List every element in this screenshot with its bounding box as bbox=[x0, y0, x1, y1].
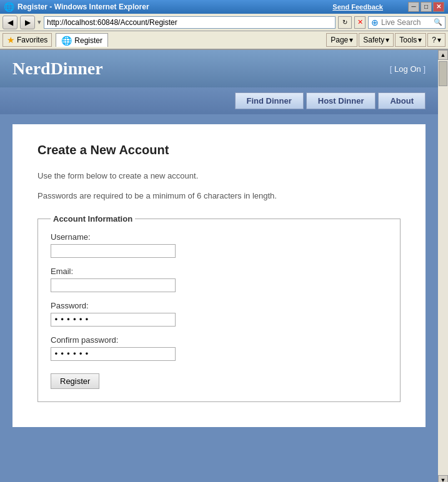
live-search-input[interactable] bbox=[381, 18, 431, 27]
dropdown-arrow[interactable]: ▾ bbox=[37, 18, 41, 26]
about-nav[interactable]: About bbox=[378, 92, 426, 109]
email-input[interactable] bbox=[51, 278, 176, 292]
favorites-button[interactable]: ★ Favorites bbox=[2, 33, 52, 47]
content-box: Create a New Account Use the form below … bbox=[12, 124, 426, 427]
safety-menu-button[interactable]: Safety ▾ bbox=[359, 33, 394, 47]
scroll-track[interactable] bbox=[438, 60, 448, 475]
scroll-up-button[interactable]: ▲ bbox=[438, 50, 448, 60]
bracket-left: [ bbox=[390, 64, 392, 74]
tab-strip: 🌐 Register bbox=[56, 33, 322, 47]
site-title: NerdDinner bbox=[12, 59, 103, 79]
send-feedback-link[interactable]: Send Feedback bbox=[332, 3, 383, 11]
confirm-password-label: Confirm password: bbox=[51, 335, 387, 345]
ie-logo-icon: 🌐 bbox=[4, 2, 14, 12]
page-heading: Create a New Account bbox=[37, 143, 401, 157]
stop-button[interactable]: ✕ bbox=[354, 16, 366, 29]
find-dinner-nav[interactable]: Find Dinner bbox=[235, 92, 304, 109]
page-menu-button[interactable]: Page ▾ bbox=[326, 33, 357, 47]
bracket-right: ] bbox=[423, 64, 426, 74]
register-button[interactable]: Register bbox=[51, 373, 99, 389]
tools-menu-button[interactable]: Tools ▾ bbox=[395, 33, 426, 47]
address-bar: ◀ ▶ ▾ ↻ ✕ ⊕ 🔍 bbox=[0, 14, 448, 31]
close-button[interactable]: ✕ bbox=[433, 2, 444, 12]
username-label: Username: bbox=[51, 232, 387, 242]
browser-tab[interactable]: 🌐 Register bbox=[56, 33, 108, 47]
star-icon: ★ bbox=[7, 35, 15, 45]
toolbar-buttons: Page ▾ Safety ▾ Tools ▾ ? ▾ bbox=[326, 33, 446, 47]
nav-bar: Find Dinner Host Dinner About bbox=[0, 87, 438, 114]
refresh-button[interactable]: ↻ bbox=[338, 16, 352, 29]
help-icon: ? bbox=[432, 36, 436, 44]
safety-label: Safety bbox=[363, 36, 384, 44]
page-dropdown-icon: ▾ bbox=[349, 36, 353, 44]
window-controls: ─ □ ✕ bbox=[408, 2, 444, 12]
scroll-thumb[interactable] bbox=[439, 61, 447, 86]
page-wrap: NerdDinner [ Log On ] Find Dinner Host D… bbox=[0, 50, 438, 482]
login-area: [ Log On ] bbox=[390, 64, 426, 74]
account-info-fieldset: Account Information Username: Email: Pas… bbox=[37, 214, 401, 402]
maximize-button[interactable]: □ bbox=[421, 2, 432, 12]
ie-search-icon: ⊕ bbox=[371, 17, 379, 27]
search-go-button[interactable]: 🔍 bbox=[434, 18, 442, 26]
title-bar: 🌐 Register - Windows Internet Explorer S… bbox=[0, 0, 448, 14]
intro-text-1: Use the form below to create a new accou… bbox=[37, 170, 401, 182]
help-dropdown-icon: ▾ bbox=[437, 36, 441, 44]
site-header: NerdDinner [ Log On ] bbox=[0, 50, 438, 87]
username-group: Username: bbox=[51, 232, 387, 258]
minimize-button[interactable]: ─ bbox=[408, 2, 419, 12]
tools-dropdown-icon: ▾ bbox=[418, 36, 422, 44]
vertical-scrollbar: ▲ ▼ bbox=[438, 50, 448, 482]
back-button[interactable]: ◀ bbox=[2, 16, 17, 29]
password-input[interactable] bbox=[51, 313, 176, 327]
page-label: Page bbox=[331, 36, 348, 44]
host-dinner-nav[interactable]: Host Dinner bbox=[306, 92, 376, 109]
favorites-label: Favorites bbox=[17, 36, 47, 44]
content-area: Create a New Account Use the form below … bbox=[0, 114, 438, 440]
safety-dropdown-icon: ▾ bbox=[386, 36, 389, 44]
url-input[interactable] bbox=[44, 16, 336, 29]
browser-content: NerdDinner [ Log On ] Find Dinner Host D… bbox=[0, 50, 448, 482]
intro-text-2: Passwords are required to be a minimum o… bbox=[37, 190, 401, 202]
confirm-password-input[interactable] bbox=[51, 347, 176, 361]
browser-toolbar: ★ Favorites 🌐 Register Page ▾ Safety ▾ T… bbox=[0, 31, 448, 50]
scroll-down-button[interactable]: ▼ bbox=[438, 475, 448, 482]
password-group: Password: bbox=[51, 301, 387, 327]
email-group: Email: bbox=[51, 267, 387, 292]
username-input[interactable] bbox=[51, 244, 176, 258]
confirm-password-group: Confirm password: bbox=[51, 335, 387, 361]
fieldset-legend: Account Information bbox=[51, 214, 135, 224]
tab-label: Register bbox=[74, 36, 102, 45]
window-title: Register - Windows Internet Explorer bbox=[17, 2, 149, 11]
tab-ie-icon: 🌐 bbox=[61, 36, 72, 46]
help-button[interactable]: ? ▾ bbox=[427, 33, 446, 47]
live-search-box[interactable]: ⊕ 🔍 bbox=[368, 16, 446, 29]
login-link[interactable]: [ Log On ] bbox=[390, 64, 426, 74]
tools-label: Tools bbox=[399, 36, 417, 44]
password-label: Password: bbox=[51, 301, 387, 310]
email-label: Email: bbox=[51, 267, 387, 276]
forward-button[interactable]: ▶ bbox=[20, 16, 35, 29]
login-text: Log On bbox=[394, 64, 423, 74]
